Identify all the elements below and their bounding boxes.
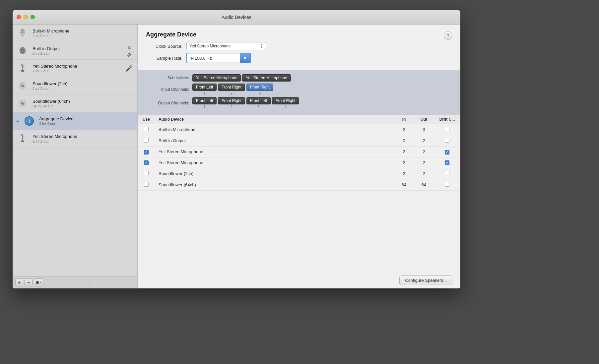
use-checkbox-cell-1 — [138, 135, 155, 147]
drift-checkbox-1[interactable] — [445, 138, 449, 143]
minimize-button[interactable] — [24, 15, 28, 19]
subdevice-2-label: Yeti Stereo Microphone — [242, 74, 291, 82]
input-channel-label-3: Front Right — [246, 84, 273, 91]
table-row: Built-in Output 0 2 — [138, 135, 460, 147]
drift-checkbox-3[interactable] — [445, 160, 449, 165]
svg-rect-17 — [21, 135, 22, 136]
use-checkbox-0[interactable] — [144, 127, 149, 131]
use-checkbox-2[interactable] — [144, 150, 149, 154]
clock-source-label: Clock Source: — [146, 44, 182, 49]
output-channel-2[interactable]: Front Right 2 — [218, 97, 245, 109]
chevron-down-icon: ▾ — [40, 281, 42, 284]
sample-rate-input[interactable] — [187, 54, 240, 62]
drift-checkbox-2[interactable] — [445, 150, 449, 154]
subdevice-buttons: Yeti Stereo Microphone Yeti Stereo Micro… — [192, 74, 291, 82]
microphone-badge-icon: 🎤 — [125, 65, 133, 72]
in-cell-0: 2 — [394, 124, 414, 135]
sample-rate-dropdown-button[interactable]: ▼ — [240, 53, 250, 63]
resize-grip-icon — [89, 279, 90, 285]
configure-speakers-button[interactable]: Configure Speakers... — [399, 275, 452, 285]
device-table: Use Audio Device In Out Drift C... Built… — [138, 115, 460, 191]
maximize-button[interactable] — [31, 15, 35, 19]
use-checkbox-cell-3 — [138, 157, 155, 168]
output-channel-1[interactable]: Front Left 1 — [192, 97, 217, 109]
sidebar-item-info: Yeti Stereo Microphone 2 in/ 2 out — [33, 64, 121, 73]
use-checkbox-3[interactable] — [144, 160, 149, 165]
svg-rect-2 — [22, 35, 23, 36]
subdevice-2-button[interactable]: Yeti Stereo Microphone — [242, 74, 291, 82]
sidebar-footer: + − ⚙ ▾ — [13, 276, 137, 288]
input-channel-num-3: 3 — [259, 91, 261, 95]
use-checkbox-1[interactable] — [144, 138, 149, 143]
input-channel-buttons: Front Left 1 Front Right 2 Front Right 3 — [192, 84, 273, 95]
out-cell-3: 2 — [414, 157, 434, 168]
sidebar-item-yeti-1[interactable]: Yeti Stereo Microphone 2 in/ 2 out 🎤 — [13, 60, 137, 77]
clock-source-value: Yeti Stereo Microphone — [189, 44, 231, 48]
drift-cell-1 — [434, 135, 460, 147]
svg-point-12 — [23, 66, 25, 68]
input-channel-2[interactable]: Front Right 2 — [218, 84, 245, 95]
svg-rect-9 — [21, 65, 22, 66]
device-name-cell-4: Soundflower (2ch) — [155, 168, 394, 179]
device-name-cell-2: Yeti Stereo Microphone — [155, 147, 394, 157]
sidebar-item-info: Soundflower (64ch) 64 in/ 64 out — [33, 99, 133, 108]
col-use: Use — [138, 115, 155, 124]
sidebar-item-builtin-output[interactable]: Built-in Output 0 in/ 2 out 🖥 🔊 — [13, 42, 137, 60]
in-cell-4: 2 — [394, 168, 414, 179]
monitor-icon: 🖥 — [127, 45, 133, 51]
drift-cell-3 — [434, 157, 460, 168]
in-cell-5: 64 — [394, 179, 414, 191]
in-cell-2: 2 — [394, 147, 414, 157]
drift-cell-0 — [434, 124, 460, 135]
remove-device-button[interactable]: − — [25, 278, 33, 286]
table-header-row: Use Audio Device In Out Drift C... — [138, 115, 460, 124]
device-table-body: Built-in Microphone 2 0 Built-in Output … — [138, 124, 460, 191]
output-channel-num-4: 4 — [285, 105, 287, 109]
help-button[interactable]: ? — [444, 31, 452, 40]
drift-checkbox-4[interactable] — [445, 171, 449, 175]
out-cell-0: 0 — [414, 124, 434, 135]
sidebar-item-soundflower-64ch[interactable]: Soundflower (64ch) 64 in/ 64 out — [13, 95, 137, 112]
drift-checkbox-5[interactable] — [445, 182, 449, 187]
output-channel-4[interactable]: Front Right 4 — [272, 97, 299, 109]
sidebar: Built-in Microphone 2 in/ 0 out Built-in… — [13, 25, 137, 288]
sidebar-item-sub: 4 in/ 4 out — [39, 122, 133, 126]
gear-button[interactable]: ⚙ ▾ — [34, 278, 43, 286]
input-channels-label: Input Channels: — [146, 87, 189, 92]
sidebar-item-name: Aggregate Device — [39, 116, 133, 121]
add-device-button[interactable]: + — [15, 278, 23, 286]
use-checkbox-cell-5 — [138, 179, 155, 191]
svg-rect-8 — [21, 70, 24, 72]
sidebar-item-soundflower-2ch[interactable]: Soundflower (2ch) 2 in/ 2 out — [13, 77, 137, 95]
sidebar-item-aggregate[interactable]: ▶ + Aggregate Device 4 in/ 4 out — [13, 112, 137, 130]
subdevice-1-button[interactable]: Yeti Stereo Microphone — [192, 74, 241, 82]
sidebar-item-info: Soundflower (2ch) 2 in/ 2 out — [33, 81, 133, 91]
input-channel-3[interactable]: Front Right 3 — [246, 84, 273, 95]
soundflower-icon — [17, 97, 29, 109]
sidebar-item-builtin-microphone[interactable]: Built-in Microphone 2 in/ 0 out — [13, 25, 137, 42]
out-cell-4: 2 — [414, 168, 434, 179]
svg-rect-16 — [21, 141, 24, 142]
output-channels-row: Output Channels: Front Left 1 Front Righ… — [146, 97, 452, 109]
use-checkbox-cell-0 — [138, 124, 155, 135]
clock-source-select[interactable]: Yeti Stereo Microphone ▲ ▼ — [186, 42, 266, 50]
channels-section: Subdevices: Yeti Stereo Microphone Yeti … — [138, 70, 460, 115]
drift-checkbox-0[interactable] — [445, 127, 449, 131]
output-channel-num-2: 2 — [231, 105, 233, 109]
sidebar-item-info: Aggregate Device 4 in/ 4 out — [39, 116, 133, 126]
table-row: Built-in Microphone 2 0 — [138, 124, 460, 135]
use-checkbox-5[interactable] — [144, 182, 149, 187]
out-cell-2: 2 — [414, 147, 434, 157]
output-channel-3[interactable]: Front Left 3 — [246, 97, 271, 109]
output-channel-num-3: 3 — [258, 105, 260, 109]
usb-icon — [17, 133, 29, 145]
sidebar-item-info: Built-in Output 0 in/ 2 out — [33, 46, 123, 55]
output-channels-label: Output Channels: — [146, 101, 189, 105]
subdevice-1-label: Yeti Stereo Microphone — [192, 74, 241, 82]
input-channel-1[interactable]: Front Left 1 — [192, 84, 217, 95]
table-row: Yeti Stereo Microphone 2 2 — [138, 147, 460, 157]
sidebar-item-yeti-2[interactable]: Yeti Stereo Microphone 2 in/ 2 out — [13, 130, 137, 148]
close-button[interactable] — [17, 15, 21, 19]
use-checkbox-4[interactable] — [144, 171, 149, 175]
output-channel-label-1: Front Left — [192, 97, 217, 104]
